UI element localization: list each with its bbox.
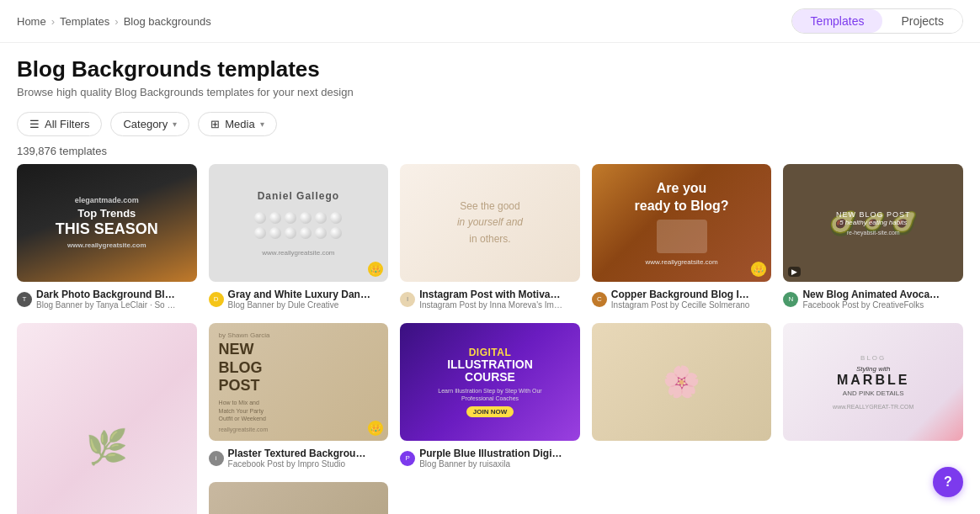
card-meta: Instagram Post by Cecille Solmerano [611, 300, 754, 310]
card-thumbnail-wrap: Are youready to Blog? www.reallygreatsit… [592, 164, 772, 282]
avatar: I [400, 292, 415, 307]
category-label: Category [123, 118, 168, 130]
list-item[interactable]: DIGITAL ILLUSTRATIONCOURSE Learn Illustr… [400, 323, 580, 470]
page-header: Blog Backgrounds templates Browse high q… [0, 43, 980, 103]
card-meta: Blog Banner by ruisaxila [419, 459, 562, 469]
card-thumbnail-wrap: Daniel Gallego www.reallygreatsite.com [209, 164, 389, 282]
card-title: Instagram Post with Motivational Quo... [419, 289, 562, 300]
card-thumbnail-wrap: See the good in yourself and in others. [400, 164, 580, 282]
card-title: Copper Background Blog Instagram P... [611, 289, 754, 300]
avatar: C [592, 292, 607, 307]
avatar: T [17, 292, 32, 307]
breadcrumb-current: Blog backgrounds [124, 15, 211, 28]
card-title: Dark Photo Background Blog Banner [36, 289, 179, 300]
card-meta: Instagram Post by Inna Moreva's Images [419, 300, 562, 310]
card-thumbnail-wrap: Antiques [209, 482, 389, 514]
media-icon: ⊞ [210, 118, 220, 130]
list-item[interactable]: Antiques [209, 482, 389, 514]
card-title: Gray and White Luxury Daniel Gallego ... [228, 289, 371, 300]
category-filter-button[interactable]: Category ▾ [110, 112, 189, 136]
media-label: Media [225, 118, 254, 130]
list-item[interactable]: BLOG Styling with MARBLE AND PINK DETAIL… [783, 323, 963, 470]
card-title: Purple Blue Illustration Digital Course.… [419, 448, 562, 459]
card-thumbnail-wrap: 🌿 [17, 323, 197, 514]
card-thumbnail-wrap: by Shawn Garcia NEWBLOGPOST How to Mix a… [209, 323, 389, 441]
list-item[interactable]: elegantmade.com Top Trends THIS SEASON w… [17, 164, 197, 311]
list-item[interactable]: by Shawn Garcia NEWBLOGPOST How to Mix a… [209, 323, 389, 470]
templates-grid: elegantmade.com Top Trends THIS SEASON w… [0, 164, 980, 514]
card-meta: Blog Banner by Dule Creative [228, 300, 371, 310]
card-thumbnail-wrap: 🥑 🥑 🥑 NEW BLOG POST 5 healthy eating hab… [783, 164, 963, 282]
breadcrumb-home[interactable]: Home [17, 15, 46, 28]
list-item[interactable]: 🌿 [17, 323, 197, 514]
card-thumbnail-wrap: BLOG Styling with MARBLE AND PINK DETAIL… [783, 323, 963, 441]
card-title: Plaster Textured Background New Blo... [228, 448, 371, 459]
media-chevron-icon: ▾ [260, 119, 264, 129]
template-count: 139,876 templates [0, 145, 980, 164]
breadcrumb: Home › Templates › Blog backgrounds [17, 15, 211, 28]
tab-projects[interactable]: Projects [882, 9, 962, 33]
breadcrumb-templates[interactable]: Templates [60, 15, 109, 28]
list-item[interactable]: See the good in yourself and in others. … [400, 164, 580, 311]
header: Home › Templates › Blog backgrounds Temp… [0, 0, 980, 43]
list-item[interactable]: 🌸 [592, 323, 772, 470]
list-item[interactable]: 🥑 🥑 🥑 NEW BLOG POST 5 healthy eating hab… [783, 164, 963, 311]
header-tabs: Templates Projects [791, 8, 963, 34]
list-item[interactable]: Daniel Gallego www.reallygreatsite.com [209, 164, 389, 311]
all-filters-label: All Filters [45, 118, 89, 130]
filter-icon: ☰ [29, 118, 40, 130]
card-title: New Blog Animated Avocados Pattern ... [802, 289, 945, 300]
avatar: i [209, 451, 224, 466]
list-item[interactable]: Are youready to Blog? www.reallygreatsit… [592, 164, 772, 311]
avatar: N [783, 292, 798, 307]
filters-bar: ☰ All Filters Category ▾ ⊞ Media ▾ [0, 103, 980, 145]
avatar: D [209, 292, 224, 307]
category-chevron-icon: ▾ [173, 119, 177, 129]
animated-badge: ▶ [788, 267, 801, 277]
card-meta: Facebook Post by CreativeFolks [802, 300, 945, 310]
help-button[interactable]: ? [933, 467, 963, 497]
avatar: P [400, 451, 415, 466]
media-filter-button[interactable]: ⊞ Media ▾ [198, 112, 276, 136]
card-thumbnail-wrap: elegantmade.com Top Trends THIS SEASON w… [17, 164, 197, 282]
all-filters-button[interactable]: ☰ All Filters [17, 112, 102, 136]
card-thumbnail-wrap: DIGITAL ILLUSTRATIONCOURSE Learn Illustr… [400, 323, 580, 441]
card-thumbnail-wrap: 🌸 [592, 323, 772, 441]
card-meta: Blog Banner by Tanya LeClair · So Swell … [36, 300, 179, 310]
card-meta: Facebook Post by Impro Studio [228, 459, 371, 469]
tab-templates[interactable]: Templates [792, 9, 883, 33]
breadcrumb-sep-2: › [115, 15, 118, 28]
page-subtitle: Browse high quality Blog Backgrounds tem… [17, 86, 963, 98]
page-title: Blog Backgrounds templates [17, 56, 963, 82]
breadcrumb-sep-1: › [51, 15, 55, 28]
